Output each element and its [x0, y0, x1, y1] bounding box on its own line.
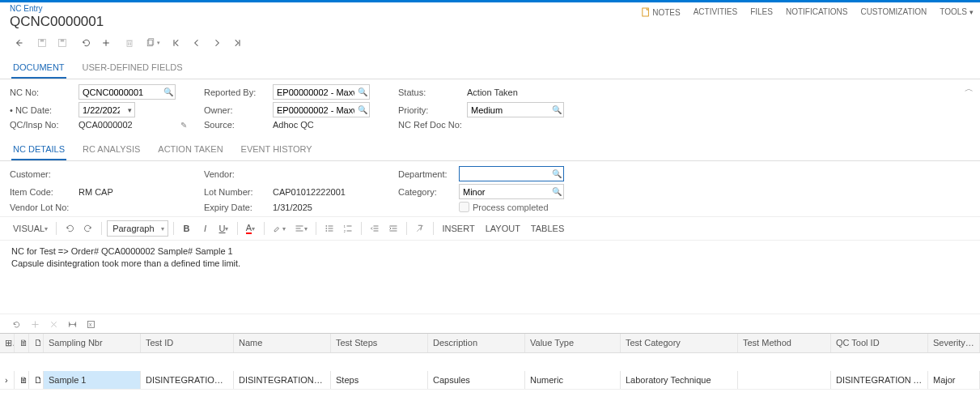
undo-editor-button[interactable] [62, 220, 78, 237]
col-qctool[interactable]: QC Tool ID [831, 334, 928, 352]
tab-event-history[interactable]: EVENT HISTORY [240, 140, 314, 160]
expiry-value: 1/31/2025 [273, 203, 370, 212]
category-label: Category: [398, 187, 459, 197]
pencil-icon[interactable]: ✎ [180, 121, 187, 130]
chevron-down-icon: ▾ [128, 106, 132, 114]
cell-tcat: Laboratory Technique [621, 371, 738, 389]
back-button[interactable] [10, 35, 28, 51]
insert-button[interactable]: INSERT [439, 224, 479, 233]
row-files[interactable]: 🗋 [29, 371, 44, 389]
outdent-button[interactable] [367, 220, 383, 237]
bullet-list-button[interactable] [321, 220, 337, 237]
tab-rc-analysis[interactable]: RC ANALYSIS [81, 140, 142, 160]
col-steps[interactable]: Test Steps [331, 334, 428, 352]
files-link[interactable]: FILES [750, 7, 773, 16]
owner-label: Owner: [204, 105, 273, 115]
col-sampling[interactable]: Sampling Nbr [44, 334, 141, 352]
editor-toolbar: VISUAL Paragraph B I U A 12 INSERT LAYOU… [0, 216, 980, 241]
last-button[interactable] [228, 35, 246, 51]
editor-line: Capsule disintegration took more than a … [11, 258, 969, 270]
priority-input[interactable] [467, 102, 564, 117]
highlight-button[interactable] [269, 220, 289, 237]
item-code-label: Item Code: [10, 187, 78, 197]
svg-text:2: 2 [343, 230, 345, 233]
indent-button[interactable] [385, 220, 401, 237]
customization-link[interactable]: CUSTOMIZATION [860, 7, 927, 16]
bold-button[interactable]: B [179, 220, 195, 237]
number-list-button[interactable]: 12 [340, 220, 356, 237]
prev-button[interactable] [188, 35, 206, 51]
col-tmethod[interactable]: Test Method [738, 334, 831, 352]
grid: ⊞ 🗎 🗋 Sampling Nbr Test ID Name Test Ste… [0, 333, 980, 390]
svg-text:x: x [89, 322, 92, 327]
layout-button[interactable]: LAYOUT [482, 224, 524, 233]
delete-button[interactable] [121, 35, 138, 51]
col-vtype[interactable]: Value Type [525, 334, 621, 352]
col-desc[interactable]: Description [428, 334, 525, 352]
fit-columns-button[interactable] [67, 319, 78, 330]
tab-document[interactable]: DOCUMENT [11, 58, 66, 79]
owner-input[interactable] [273, 102, 370, 117]
nc-no-input[interactable] [78, 84, 176, 100]
grid-add-button[interactable] [30, 319, 40, 330]
reported-by-input[interactable] [273, 84, 370, 100]
cell-qctool: DISINTEGRATION APPRA [831, 371, 928, 389]
align-button[interactable] [291, 220, 311, 237]
collapse-icon[interactable]: ︿ [965, 83, 974, 95]
redo-editor-button[interactable] [80, 220, 96, 237]
item-code-value: RM CAP [78, 187, 176, 197]
paragraph-select[interactable]: Paragraph [107, 220, 168, 237]
status-value: Action Taken [467, 87, 564, 97]
add-button[interactable] [97, 35, 115, 51]
italic-button[interactable]: I [197, 220, 214, 237]
col-name[interactable]: Name [234, 334, 331, 352]
undo-button[interactable] [77, 35, 95, 51]
cell-steps: Steps [331, 371, 428, 389]
font-color-button[interactable]: A [243, 220, 259, 237]
export-button[interactable]: x [86, 319, 96, 330]
tab-action-taken[interactable]: ACTION TAKEN [156, 140, 224, 160]
clear-format-button[interactable] [412, 220, 428, 237]
notes-label: NOTES [652, 8, 680, 17]
grid-delete-button[interactable] [49, 319, 59, 330]
tables-button[interactable]: TABLES [527, 224, 568, 233]
nc-ref-label: NC Ref Doc No: [398, 120, 467, 130]
reported-by-label: Reported By: [204, 87, 273, 97]
grid-row[interactable]: › 🗎 🗋 Sample 1 DISINTEGRATION TEST DISIN… [0, 371, 980, 390]
editor-body[interactable]: NC for Test => Order# QCA0000002 Sample#… [0, 241, 980, 314]
nc-date-input[interactable] [78, 102, 135, 117]
breadcrumb[interactable]: NC Entry [10, 4, 104, 13]
tools-link[interactable]: TOOLS [940, 7, 974, 16]
refresh-button[interactable] [11, 319, 22, 330]
copy-button[interactable] [144, 35, 162, 51]
save-close-button[interactable] [53, 35, 71, 51]
visual-button[interactable]: VISUAL [10, 220, 51, 237]
category-input[interactable] [459, 184, 564, 199]
tab-udf[interactable]: USER-DEFINED FIELDS [81, 58, 185, 79]
underline-button[interactable]: U [216, 220, 232, 237]
cell-vtype: Numeric [525, 371, 621, 389]
notes-icon [642, 7, 650, 17]
svg-point-21 [325, 228, 327, 229]
activities-link[interactable]: ACTIVITIES [694, 7, 737, 16]
department-input[interactable] [459, 166, 564, 181]
row-expand[interactable]: › [0, 371, 15, 389]
col-notes[interactable]: 🗎 [15, 334, 29, 352]
priority-label: Priority: [398, 105, 467, 115]
cell-desc: Capsules [428, 371, 525, 389]
tab-nc-details[interactable]: NC DETAILS [11, 140, 66, 160]
col-severity[interactable]: Severity Level [928, 334, 980, 352]
first-button[interactable] [168, 35, 185, 51]
col-expand[interactable]: ⊞ [0, 334, 15, 352]
col-tcat[interactable]: Test Category [621, 334, 738, 352]
save-button[interactable] [33, 35, 51, 51]
lot-number-label: Lot Number: [204, 187, 273, 197]
row-notes[interactable]: 🗎 [15, 371, 29, 389]
col-files[interactable]: 🗋 [29, 334, 44, 352]
notifications-link[interactable]: NOTIFICATIONS [786, 7, 847, 16]
process-completed-checkbox[interactable] [459, 202, 469, 212]
next-button[interactable] [208, 35, 226, 51]
notes-link[interactable]: NOTES [642, 7, 680, 17]
svg-point-20 [325, 225, 327, 227]
col-testid[interactable]: Test ID [141, 334, 234, 352]
